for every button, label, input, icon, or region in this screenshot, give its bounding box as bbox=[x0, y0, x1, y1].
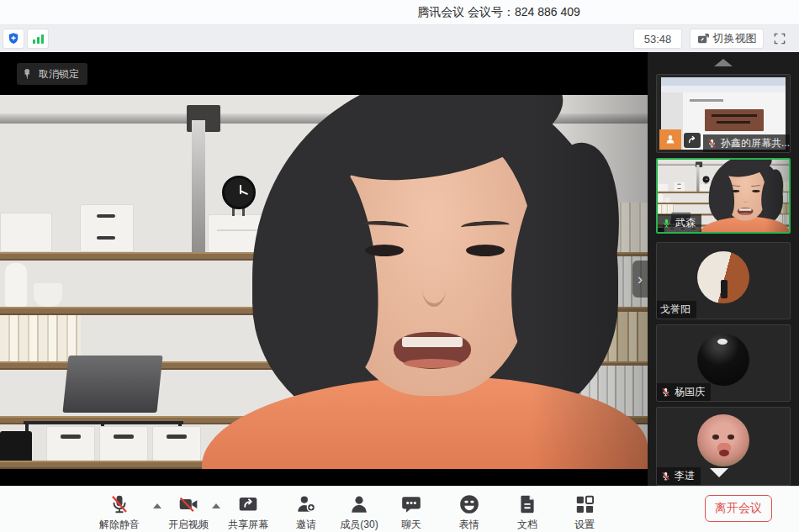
start-video-button[interactable]: 开启视频 bbox=[161, 493, 215, 532]
meeting-timer: 53:48 bbox=[633, 29, 682, 49]
bottom-toolbar: 解除静音 开启视频 共享屏幕 邀 bbox=[0, 486, 799, 532]
participant-name: 戈誉阳 bbox=[660, 303, 691, 317]
emoji-label: 表情 bbox=[459, 518, 479, 532]
chat-button[interactable]: 聊天 bbox=[384, 493, 438, 532]
chat-icon bbox=[400, 493, 422, 515]
webcam-scene bbox=[0, 95, 648, 469]
emoji-button[interactable]: 表情 bbox=[442, 493, 496, 532]
status-bar: 53:48 切换视图 bbox=[0, 25, 799, 52]
camera-off-icon bbox=[177, 493, 199, 515]
invite-label: 邀请 bbox=[296, 518, 316, 532]
docs-icon bbox=[516, 493, 538, 515]
participant-thumb-active-speaker[interactable]: 武森 bbox=[656, 158, 791, 234]
meeting-window: 腾讯会议 会议号：824 886 409 53:48 bbox=[0, 0, 799, 532]
mic-muted-icon bbox=[660, 471, 671, 482]
avatar bbox=[697, 251, 749, 303]
participant-name: 武森 bbox=[675, 216, 696, 230]
docs-label: 文档 bbox=[517, 518, 537, 532]
participant-name-chip: 孙鑫的屏幕共... bbox=[703, 134, 791, 152]
fullscreen-icon bbox=[773, 32, 786, 45]
settings-icon bbox=[574, 493, 595, 515]
avatar bbox=[697, 334, 749, 386]
network-signal-button[interactable] bbox=[27, 29, 49, 49]
unlock-label: 取消锁定 bbox=[39, 67, 79, 82]
collapse-sidebar-chevron[interactable]: › bbox=[632, 261, 648, 298]
video-options-caret[interactable] bbox=[212, 503, 220, 508]
chat-label: 聊天 bbox=[401, 518, 421, 532]
settings-label: 设置 bbox=[574, 518, 595, 532]
switch-view-button[interactable]: 切换视图 bbox=[690, 29, 764, 49]
title-bar: 腾讯会议 会议号：824 886 409 bbox=[0, 0, 799, 25]
switch-view-icon bbox=[697, 33, 710, 45]
leave-meeting-label: 离开会议 bbox=[715, 501, 762, 516]
participant-thumb[interactable]: 杨国庆 bbox=[656, 324, 791, 402]
meeting-title: 腾讯会议 会议号：824 886 409 bbox=[99, 5, 799, 20]
shield-plus-icon bbox=[7, 32, 20, 45]
participant-name: 李进 bbox=[675, 469, 695, 483]
leave-meeting-button[interactable]: 离开会议 bbox=[705, 495, 772, 522]
unmute-label: 解除静音 bbox=[99, 518, 140, 532]
scroll-down-arrow[interactable] bbox=[710, 468, 728, 477]
share-screen-button[interactable]: 共享屏幕 bbox=[221, 493, 275, 532]
participant-name-chip: 武森 bbox=[658, 214, 701, 232]
invite-button[interactable]: 邀请 bbox=[279, 493, 333, 532]
presenter-badge-icon bbox=[659, 129, 681, 150]
scroll-up-arrow[interactable] bbox=[714, 59, 733, 66]
main-video-stage: 取消锁定 bbox=[0, 52, 648, 486]
participants-sidebar: 孙鑫的屏幕共... bbox=[648, 52, 799, 486]
invite-icon bbox=[295, 493, 317, 515]
unmute-button[interactable]: 解除静音 bbox=[93, 493, 146, 532]
members-icon bbox=[348, 493, 370, 515]
share-screen-label: 共享屏幕 bbox=[228, 518, 268, 532]
mic-active-icon bbox=[661, 218, 672, 229]
fullscreen-button[interactable] bbox=[768, 29, 791, 49]
signal-bars-icon bbox=[32, 33, 45, 45]
mic-muted-icon bbox=[706, 138, 717, 149]
participant-name-chip: 李进 bbox=[657, 467, 701, 485]
emoji-icon bbox=[458, 493, 480, 515]
members-label: 成员(30) bbox=[340, 518, 378, 532]
participant-name: 杨国庆 bbox=[675, 385, 705, 399]
share-screen-icon bbox=[237, 493, 259, 515]
settings-button[interactable]: 设置 bbox=[558, 493, 611, 532]
security-shield-button[interactable] bbox=[3, 29, 24, 49]
members-button[interactable]: 成员(30) bbox=[332, 493, 386, 532]
mic-muted-icon bbox=[660, 387, 671, 398]
mic-options-caret[interactable] bbox=[153, 503, 161, 508]
start-video-label: 开启视频 bbox=[168, 518, 209, 532]
avatar bbox=[697, 414, 749, 466]
mic-muted-icon bbox=[108, 493, 130, 515]
sharing-indicator-icon bbox=[684, 133, 701, 148]
participant-name-chip: 戈誉阳 bbox=[657, 301, 696, 319]
participant-thumb-screenshare[interactable]: 孙鑫的屏幕共... bbox=[656, 74, 791, 153]
pushpin-icon bbox=[22, 68, 34, 80]
docs-button[interactable]: 文档 bbox=[500, 493, 554, 532]
participant-name-chip: 杨国庆 bbox=[657, 383, 711, 401]
participant-thumb[interactable]: 戈誉阳 bbox=[656, 242, 791, 319]
switch-view-label: 切换视图 bbox=[713, 31, 757, 46]
unlock-pin-button[interactable]: 取消锁定 bbox=[17, 63, 87, 85]
participant-name: 孙鑫的屏幕共... bbox=[721, 136, 790, 150]
timer-value: 53:48 bbox=[644, 33, 672, 45]
